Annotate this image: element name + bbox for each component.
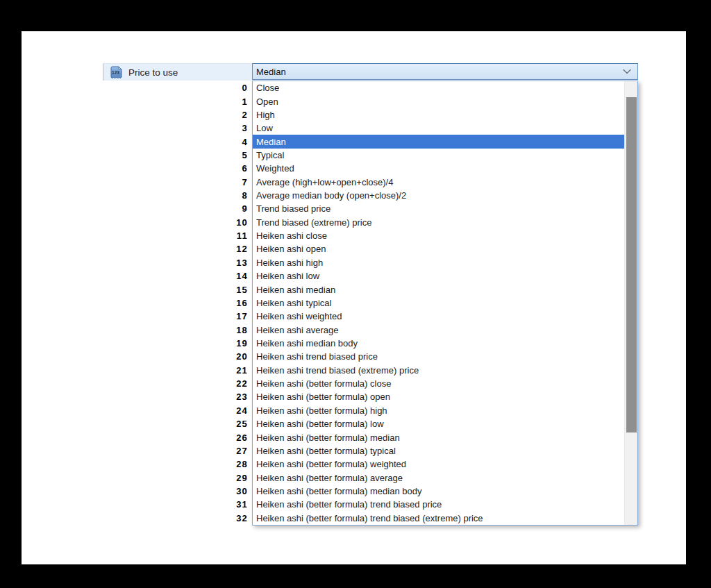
option-row[interactable]: Low bbox=[253, 121, 624, 135]
parameter-row-price-to-use[interactable]: 123 Price to use bbox=[103, 63, 252, 81]
option-row[interactable]: Heiken ashi (better formula) trend biase… bbox=[253, 498, 624, 511]
option-row[interactable]: Heiken ashi (better formula) average bbox=[253, 471, 624, 484]
option-row[interactable]: Heiken ashi weighted bbox=[253, 310, 624, 323]
option-label: Heiken ashi (better formula) typical bbox=[256, 446, 396, 455]
option-row[interactable]: Close bbox=[253, 81, 624, 94]
option-index: 24 bbox=[181, 404, 248, 417]
option-index: 1 bbox=[181, 94, 248, 108]
option-index: 10 bbox=[181, 216, 248, 229]
svg-text:123: 123 bbox=[112, 69, 119, 74]
option-label: Heiken ashi (better formula) low bbox=[256, 419, 384, 428]
option-index: 11 bbox=[181, 229, 248, 242]
option-label: Median bbox=[256, 137, 286, 146]
dialog-page: 123 Price to use Median 0 1 2 3 4 5 6 7 … bbox=[22, 31, 686, 564]
option-index: 8 bbox=[181, 189, 248, 202]
option-index: 19 bbox=[181, 337, 248, 350]
option-index: 27 bbox=[181, 444, 248, 457]
option-row[interactable]: Heiken ashi open bbox=[253, 242, 624, 255]
option-label: Average median body (open+close)/2 bbox=[256, 191, 406, 200]
option-index: 7 bbox=[181, 176, 248, 189]
option-label: Heiken ashi (better formula) average bbox=[256, 473, 403, 482]
option-index: 20 bbox=[181, 350, 248, 363]
option-rows: Close Open High Low Median bbox=[253, 81, 624, 525]
option-label: Heiken ashi (better formula) weighted bbox=[256, 460, 406, 469]
option-row[interactable]: Heiken ashi high bbox=[253, 256, 624, 269]
option-label: Heiken ashi low bbox=[256, 271, 319, 280]
option-label: Heiken ashi median bbox=[256, 285, 335, 294]
option-row[interactable]: Average (high+low+open+close)/4 bbox=[253, 176, 624, 189]
option-index: 28 bbox=[181, 457, 248, 471]
option-index: 9 bbox=[181, 202, 248, 215]
option-index: 12 bbox=[181, 242, 248, 255]
option-index: 15 bbox=[181, 283, 248, 296]
option-row[interactable]: Heiken ashi (better formula) low bbox=[253, 417, 624, 430]
option-row[interactable]: Weighted bbox=[253, 162, 624, 175]
chevron-down-icon[interactable] bbox=[621, 66, 633, 77]
option-row[interactable]: Heiken ashi low bbox=[253, 269, 624, 283]
option-index: 13 bbox=[181, 256, 248, 269]
option-label: Heiken ashi weighted bbox=[256, 312, 342, 321]
option-row[interactable]: Heiken ashi median body bbox=[253, 337, 624, 350]
option-index: 25 bbox=[181, 417, 248, 430]
option-row[interactable]: Heiken ashi (better formula) weighted bbox=[253, 457, 624, 471]
option-label: Heiken ashi open bbox=[256, 244, 326, 253]
scrollbar-thumb[interactable] bbox=[626, 97, 637, 432]
option-label: Heiken ashi typical bbox=[256, 299, 331, 308]
option-label: Heiken ashi (better formula) trend biase… bbox=[256, 500, 442, 509]
option-index: 0 bbox=[181, 81, 248, 94]
option-row[interactable]: Heiken ashi (better formula) close bbox=[253, 377, 624, 390]
option-label: Heiken ashi (better formula) open bbox=[256, 392, 390, 401]
option-row[interactable]: High bbox=[253, 108, 624, 121]
option-label: Heiken ashi (better formula) high bbox=[256, 406, 387, 415]
option-row[interactable]: Average median body (open+close)/2 bbox=[253, 189, 624, 202]
option-label: Heiken ashi (better formula) median body bbox=[256, 487, 421, 496]
option-row[interactable]: Heiken ashi (better formula) median bbox=[253, 430, 624, 444]
option-index-gutter: 0 1 2 3 4 5 6 7 8 9 10 11 12 13 14 bbox=[181, 81, 248, 525]
option-row[interactable]: Heiken ashi (better formula) trend biase… bbox=[253, 512, 624, 525]
option-row[interactable]: Heiken ashi trend biased (extreme) price bbox=[253, 364, 624, 377]
option-row[interactable]: Heiken ashi median bbox=[253, 283, 624, 296]
numeric-123-icon: 123 bbox=[109, 65, 124, 80]
option-index: 14 bbox=[181, 269, 248, 283]
option-label: Heiken ashi trend biased (extreme) price bbox=[256, 366, 419, 375]
option-label: Trend biased (extreme) price bbox=[256, 218, 371, 227]
option-row[interactable]: Heiken ashi (better formula) median body bbox=[253, 485, 624, 498]
option-row[interactable]: Open bbox=[253, 94, 624, 108]
screen-background: { "parameter": { "label": "Price to use"… bbox=[0, 0, 711, 588]
option-label: Heiken ashi close bbox=[256, 231, 327, 240]
option-index: 6 bbox=[181, 162, 248, 175]
option-row[interactable]: Heiken ashi (better formula) high bbox=[253, 404, 624, 417]
option-row[interactable]: Heiken ashi (better formula) typical bbox=[253, 444, 624, 457]
option-row[interactable]: Heiken ashi trend biased price bbox=[253, 350, 624, 363]
option-row[interactable]: Trend biased (extreme) price bbox=[253, 216, 624, 229]
scrollbar-track[interactable] bbox=[624, 81, 637, 525]
option-label: Weighted bbox=[256, 164, 294, 173]
option-label: Close bbox=[256, 83, 279, 92]
option-label: Heiken ashi trend biased price bbox=[256, 352, 378, 361]
option-label: Heiken ashi (better formula) close bbox=[256, 379, 391, 388]
option-label: Heiken ashi median body bbox=[256, 339, 358, 348]
option-label: Heiken ashi (better formula) median bbox=[256, 433, 400, 442]
option-index: 32 bbox=[181, 512, 248, 525]
option-index: 21 bbox=[181, 364, 248, 377]
option-row[interactable]: Trend biased price bbox=[253, 202, 624, 215]
option-row[interactable]: Typical bbox=[253, 149, 624, 162]
option-index: 29 bbox=[181, 471, 248, 484]
option-row[interactable]: Heiken ashi close bbox=[253, 229, 624, 242]
option-index: 2 bbox=[181, 108, 248, 121]
option-label: Typical bbox=[256, 151, 284, 160]
option-row[interactable]: Heiken ashi typical bbox=[253, 296, 624, 310]
option-label: Heiken ashi average bbox=[256, 326, 339, 335]
option-row[interactable]: Heiken ashi average bbox=[253, 323, 624, 336]
option-index: 26 bbox=[181, 430, 248, 444]
option-label: High bbox=[256, 110, 275, 119]
option-index: 3 bbox=[181, 121, 248, 135]
option-index: 18 bbox=[181, 323, 248, 336]
option-label: Heiken ashi (better formula) trend biase… bbox=[256, 514, 483, 523]
price-to-use-combobox[interactable]: Median bbox=[252, 63, 638, 80]
option-row[interactable]: Median bbox=[253, 135, 624, 148]
option-index: 30 bbox=[181, 485, 248, 498]
option-index: 4 bbox=[181, 135, 248, 148]
option-row[interactable]: Heiken ashi (better formula) open bbox=[253, 390, 624, 403]
option-index: 31 bbox=[181, 498, 248, 511]
